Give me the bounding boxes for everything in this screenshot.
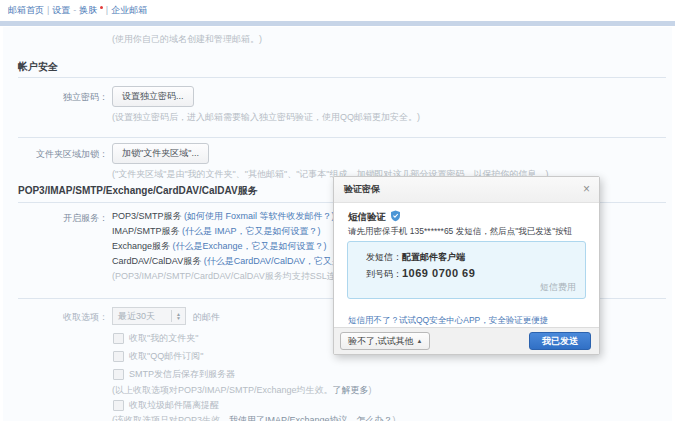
checkbox-my-folders[interactable]	[113, 333, 124, 344]
nav-separator: |	[106, 5, 108, 15]
service-name: Exchange服务	[112, 241, 170, 251]
send-sms-label: 发短信：	[366, 252, 402, 262]
close-icon[interactable]: ×	[583, 182, 590, 196]
top-divider-bar	[0, 21, 675, 26]
service-help-link[interactable]: (什么是 IMAP，它又是如何设置？)	[182, 226, 321, 236]
expand-up-icon: ▲	[417, 338, 423, 344]
sms-instruction: 请先用密保手机 135******65 发短信，然后点"我已发送"按钮	[348, 226, 572, 238]
send-sms-content: 配置邮件客户端	[402, 252, 465, 262]
nav-skin-link[interactable]: 换肤	[79, 5, 97, 15]
independent-password-label: 独立密码：	[3, 91, 108, 104]
new-badge-dot-icon	[100, 6, 103, 9]
checkbox-row-spam-notice: 收取垃圾邮件隔离提醒	[113, 399, 219, 412]
sms-sent-button[interactable]: 我已发送	[529, 332, 591, 350]
section-divider	[18, 77, 666, 78]
nav-mail-home-link[interactable]: 邮箱首页	[8, 5, 44, 15]
to-number-label: 到号码：	[366, 269, 402, 279]
domain-mail-caption: (使用你自己的域名创建和管理邮箱。)	[112, 33, 262, 46]
learn-more-link[interactable]: 了解更多	[333, 385, 369, 395]
checkbox-label: 收取垃圾邮件隔离提醒	[129, 399, 219, 412]
try-other-label: 验不了,试试其他	[348, 336, 414, 346]
service-row-exchange: Exchange服务 (什么是Exchange，它又是如何设置？)	[112, 240, 327, 253]
checkbox-row-qq-subscription: 收取"QQ邮件订阅"	[113, 350, 203, 363]
checkbox-smtp-save[interactable]	[113, 369, 124, 380]
caption-text: )	[369, 385, 372, 395]
service-name: CardDAV/CalDAV服务	[112, 256, 201, 266]
sms-fee-link[interactable]: 短信费用	[540, 281, 576, 294]
caption-text: (以上收取选项对POP3/IMAP/SMTP/Exchange均生效。	[112, 385, 333, 395]
dialog-footer: 验不了,试试其他▲ 我已发送	[334, 327, 599, 354]
sms-heading-text: 短信验证	[348, 211, 386, 222]
shield-icon	[390, 210, 401, 222]
checkbox-label: 收取"我的文件夹"	[129, 332, 198, 345]
folder-lock-label: 文件夹区域加锁：	[3, 148, 108, 161]
to-number-value: 1069 0700 69	[402, 267, 475, 279]
section-title-account-security: 帐户安全	[18, 60, 58, 74]
retrieve-range-select[interactable]: 最近30天 ▲▼	[112, 307, 186, 325]
service-name: IMAP/SMTP服务	[112, 226, 180, 236]
checkbox-label: SMTP发信后保存到服务器	[129, 368, 235, 381]
service-help-link[interactable]: (如何使用 Foxmail 等软件收发邮件？)	[184, 211, 335, 221]
verify-security-dialog: 验证密保 × 短信验证 请先用密保手机 135******65 发短信，然后点"…	[333, 176, 600, 355]
checkbox-row-smtp-save: SMTP发信后保存到服务器	[113, 368, 235, 381]
nav-corporate-mail-link[interactable]: 企业邮箱	[111, 5, 147, 15]
retrieve-suffix-label: 的邮件	[193, 311, 220, 324]
checkbox-label: 收取"QQ邮件订阅"	[129, 350, 203, 363]
select-arrows-icon: ▲▼	[172, 312, 185, 320]
sms-verification-heading: 短信验证	[348, 210, 401, 224]
sms-info-box: 发短信：配置邮件客户端 到号码：1069 0700 69 短信费用	[347, 241, 586, 299]
nav-settings-link[interactable]: 设置	[52, 5, 70, 15]
open-service-label: 开启服务：	[3, 212, 108, 225]
checkbox-spam-notice[interactable]	[113, 400, 124, 411]
lock-folder-area-button[interactable]: 加锁"文件夹区域"...	[112, 143, 209, 164]
nav-separator: |	[47, 5, 49, 15]
section-title-protocol-services: POP3/IMAP/SMTP/Exchange/CardDAV/CalDAV服务	[18, 184, 258, 198]
try-other-verification-button[interactable]: 验不了,试试其他▲	[340, 332, 430, 350]
dialog-title: 验证密保	[334, 177, 599, 203]
pop3-only-caption: (该收取选项只对POP3生效，我使用了IMAP/Exchange协议，怎么办？)	[112, 414, 396, 421]
checkbox-row-my-folders: 收取"我的文件夹"	[113, 332, 198, 345]
service-row-imap-smtp: IMAP/SMTP服务 (什么是 IMAP，它又是如何设置？)	[112, 225, 321, 238]
top-nav: 邮箱首页|设置-换肤 |企业邮箱	[8, 4, 150, 17]
independent-password-caption: (设置独立密码后，进入邮箱需要输入独立密码验证，使用QQ邮箱更加安全。)	[112, 111, 420, 124]
retrieve-options-label: 收取选项：	[3, 311, 108, 324]
imap-exchange-help-link[interactable]: 我使用了IMAP/Exchange协议，怎么办？	[229, 415, 393, 421]
set-independent-password-button[interactable]: 设置独立密码...	[112, 86, 194, 107]
row-divider	[18, 137, 666, 138]
retrieve-scope-caption: (以上收取选项对POP3/IMAP/SMTP/Exchange均生效。了解更多)	[112, 384, 372, 397]
caption-text: )	[393, 415, 396, 421]
retrieve-range-value: 最近30天	[113, 310, 171, 323]
nav-dash: -	[73, 5, 76, 15]
caption-text: (该收取选项只对POP3生效，	[112, 415, 229, 421]
send-sms-line: 发短信：配置邮件客户端	[366, 251, 465, 264]
service-row-pop3-smtp: POP3/SMTP服务 (如何使用 Foxmail 等软件收发邮件？)	[112, 210, 335, 223]
service-help-link[interactable]: (什么是Exchange，它又是如何设置？)	[173, 241, 327, 251]
qq-security-app-link[interactable]: 短信用不了？试试QQ安全中心APP，安全验证更便捷	[348, 315, 548, 327]
to-number-line: 到号码：1069 0700 69	[366, 267, 475, 281]
checkbox-qq-subscription[interactable]	[113, 351, 124, 362]
service-name: POP3/SMTP服务	[112, 211, 182, 221]
